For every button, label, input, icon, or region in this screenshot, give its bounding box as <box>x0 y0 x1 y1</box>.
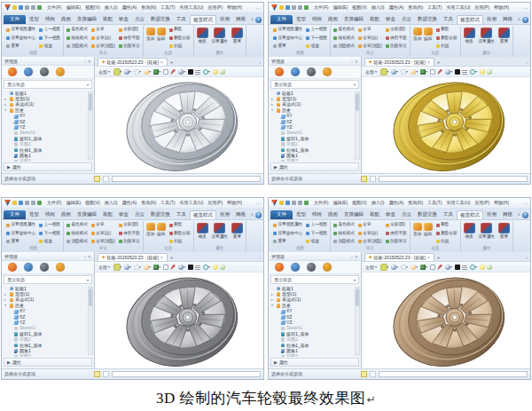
ribbon-button[interactable]: 全显(消隐) <box>91 240 115 244</box>
ribbon-button[interactable]: 设置旋转中心 <box>273 232 302 236</box>
menu-item[interactable]: 应用(P) <box>474 201 489 205</box>
ribbon-button[interactable]: 重置 <box>231 26 243 51</box>
ribbon-button[interactable]: 全部(阴) <box>119 223 140 227</box>
grid-toggle-icon[interactable] <box>103 371 109 377</box>
display-tool-donut-icon[interactable]: ▾ <box>470 69 478 75</box>
display-tool-frame-icon[interactable] <box>163 265 168 270</box>
display-tool-ball-icon[interactable] <box>487 265 492 270</box>
ribbon-button[interactable]: 全显 <box>91 223 115 227</box>
ribbon-button[interactable]: 着色模式 <box>66 223 88 227</box>
help-icon[interactable]: ? <box>255 212 262 218</box>
ribbon-tab[interactable]: 造型 <box>293 210 309 220</box>
ribbon-tab[interactable]: 线框 <box>309 15 325 25</box>
display-tool-stripe-icon[interactable] <box>195 265 200 270</box>
layer-manager-icon[interactable] <box>56 263 65 272</box>
menu-item[interactable]: 工具(T) <box>160 5 175 10</box>
open-icon[interactable] <box>12 5 17 10</box>
save-icon[interactable] <box>286 201 290 205</box>
tree-scrollbar-thumb[interactable] <box>89 93 92 111</box>
close-document-icon[interactable]: × <box>160 256 163 260</box>
viewport-canvas[interactable] <box>95 77 263 173</box>
display-tool-ball-icon[interactable]: ▾ <box>124 265 132 270</box>
display-tool-bulb-icon[interactable] <box>213 265 218 270</box>
ribbon-tab[interactable]: 数据交换 <box>415 15 440 25</box>
assembly-manager-icon[interactable] <box>24 67 33 76</box>
close-panel-icon[interactable]: ✕ <box>88 59 91 64</box>
ribbon-button[interactable]: 设置旋转中心 <box>6 232 35 236</box>
tree-caret-icon[interactable]: ▸ <box>271 98 275 101</box>
ribbon-tab[interactable]: 直接编辑 <box>74 15 99 25</box>
ribbon-button[interactable]: 全显 <box>91 28 115 32</box>
ribbon-tab[interactable]: 直接编辑 <box>341 210 366 220</box>
grid-toggle-icon[interactable] <box>103 176 109 182</box>
ribbon-button[interactable]: 全显(边) <box>358 36 382 41</box>
ribbon-tab[interactable]: 工具 <box>174 210 189 220</box>
collapse-ribbon-icon[interactable]: ˄ <box>251 213 254 217</box>
menu-item[interactable]: 实用工具(U) <box>179 5 203 10</box>
display-tool-ring-icon[interactable]: ▾ <box>401 265 409 270</box>
ribbon-button[interactable]: 设置视图属性 <box>273 223 302 227</box>
redo-icon[interactable] <box>298 5 302 10</box>
selection-filter-dropdown[interactable]: 全部 ▾ <box>98 69 110 75</box>
ribbon-tab[interactable]: 应用 <box>484 15 499 25</box>
ribbon-tab[interactable]: 数据交换 <box>148 210 173 220</box>
display-tool-sel-icon[interactable]: ▾ <box>114 69 122 75</box>
document-tab[interactable]: ◆ 轮毂-20150523.Z3 - [轮毂] × <box>364 253 434 261</box>
ribbon-button[interactable]: 扫描 <box>169 44 191 49</box>
titlebar-overflow-icon[interactable]: ⋯ <box>255 5 261 11</box>
ribbon-tab[interactable]: 工具 <box>441 15 456 25</box>
ribbon-button[interactable]: 设置视图属性 <box>6 223 35 227</box>
tree-item[interactable]: 草图3 <box>271 159 356 162</box>
ribbon-button[interactable]: 全显 <box>358 28 382 32</box>
open-icon[interactable] <box>279 201 284 205</box>
ribbon-tab[interactable]: 线框 <box>309 210 325 220</box>
visual-manager-icon[interactable] <box>40 263 49 272</box>
display-tool-frame-icon[interactable] <box>163 69 168 75</box>
tree-item[interactable]: 草图3 <box>4 159 89 162</box>
ribbon-button[interactable]: 剖面显示 <box>386 240 407 244</box>
ribbon-button[interactable]: 着色模式 <box>333 28 355 32</box>
close-document-icon[interactable]: × <box>427 256 430 260</box>
ribbon-button[interactable]: 修剪平面 <box>386 36 407 41</box>
ribbon-tab[interactable]: 直接编辑 <box>74 210 99 220</box>
ribbon-tab[interactable]: 装配 <box>367 15 382 25</box>
display-tool-ring-icon[interactable]: ▾ <box>134 69 142 75</box>
undo-icon[interactable] <box>292 5 296 10</box>
menu-item[interactable]: 插入(I) <box>105 5 118 10</box>
ribbon-tab[interactable]: 数据交换 <box>415 210 440 220</box>
history-manager-icon[interactable] <box>275 263 284 272</box>
menu-item[interactable]: 视图(V) <box>85 201 100 205</box>
tree-caret-icon[interactable]: ▸ <box>271 293 275 296</box>
ribbon-button[interactable]: 缩放 <box>306 240 327 244</box>
menu-item[interactable]: 应用(P) <box>207 201 223 205</box>
menu-item[interactable]: 帮助(H) <box>227 201 242 205</box>
command-input[interactable] <box>112 371 261 377</box>
ribbon-tab[interactable]: 曲面 <box>325 15 340 25</box>
tree-scrollbar[interactable] <box>355 287 360 355</box>
ribbon-tab[interactable]: 点云 <box>399 210 414 220</box>
ribbon-button[interactable]: 剖面显示 <box>386 44 407 49</box>
ribbon-tab[interactable]: 点云 <box>132 210 147 220</box>
tree-caret-icon[interactable]: ▾ <box>271 108 275 112</box>
ribbon-button[interactable]: 设置属性 <box>212 221 228 246</box>
display-tool-ball-icon[interactable] <box>220 69 225 75</box>
display-tool-ball-icon[interactable]: ▾ <box>144 265 152 270</box>
redo-icon[interactable] <box>298 201 302 205</box>
display-tool-donut-icon[interactable]: ▾ <box>203 69 211 75</box>
ribbon-tab[interactable]: 线框 <box>43 15 58 25</box>
new-document-tab-button[interactable]: + <box>437 255 441 261</box>
redo-icon[interactable] <box>31 201 35 205</box>
display-tool-sq-icon[interactable] <box>455 265 460 270</box>
menu-item[interactable]: 属性(A) <box>121 5 137 10</box>
ribbon-tab[interactable]: 视觉样式 <box>190 15 216 25</box>
ribbon-button[interactable]: 设置旋转中心 <box>273 36 302 41</box>
ribbon-button[interactable]: 修剪平面 <box>119 232 140 236</box>
command-input[interactable] <box>379 176 528 182</box>
command-input[interactable] <box>112 176 261 182</box>
display-tool-ball-icon[interactable]: ▾ <box>391 265 399 270</box>
menu-item[interactable]: 应用(P) <box>474 5 489 10</box>
menu-item[interactable]: 工具(T) <box>160 201 175 205</box>
assembly-manager-icon[interactable] <box>291 263 300 272</box>
ribbon-tab[interactable]: 造型 <box>27 210 42 220</box>
menu-item[interactable]: 查询(N) <box>408 5 423 10</box>
